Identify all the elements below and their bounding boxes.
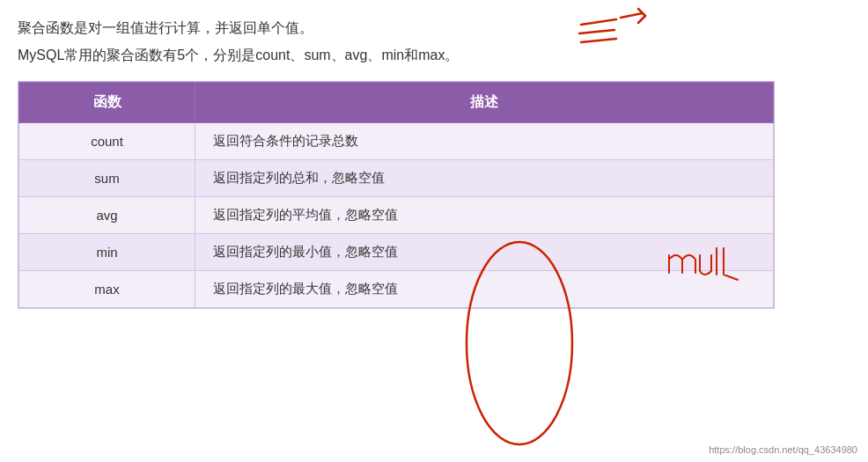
intro-line1: 聚合函数是对一组值进行计算，并返回单个值。 [18, 16, 842, 41]
intro-text: 聚合函数是对一组值进行计算，并返回单个值。 MySQL常用的聚合函数有5个，分别… [18, 16, 842, 69]
table-row: avg返回指定列的平均值，忽略空值 [19, 196, 774, 233]
table-row: max返回指定列的最大值，忽略空值 [19, 270, 774, 307]
table-row: sum返回指定列的总和，忽略空值 [19, 159, 774, 196]
functions-table: 函数 描述 count返回符合条件的记录总数sum返回指定列的总和，忽略空值av… [18, 82, 774, 308]
desc-cell: 返回指定列的最小值，忽略空值 [195, 233, 774, 270]
table-header-row: 函数 描述 [19, 82, 774, 122]
svg-line-4 [638, 9, 645, 16]
desc-cell: 返回指定列的最大值，忽略空值 [195, 270, 774, 307]
func-cell: min [19, 233, 195, 270]
col-header-desc: 描述 [195, 82, 774, 122]
func-cell: count [19, 122, 195, 159]
table-row: count返回符合条件的记录总数 [19, 122, 774, 159]
func-cell: max [19, 270, 195, 307]
functions-table-wrapper: 函数 描述 count返回符合条件的记录总数sum返回指定列的总和，忽略空值av… [18, 81, 775, 309]
func-cell: sum [19, 159, 195, 196]
intro-line2: MySQL常用的聚合函数有5个，分别是count、sum、avg、min和max… [18, 43, 842, 69]
watermark: https://blog.csdn.net/qq_43634980 [709, 444, 857, 455]
desc-cell: 返回指定列的平均值，忽略空值 [195, 196, 774, 233]
page-container: 聚合函数是对一组值进行计算，并返回单个值。 MySQL常用的聚合函数有5个，分别… [0, 0, 868, 462]
col-header-func: 函数 [19, 82, 195, 122]
desc-cell: 返回符合条件的记录总数 [195, 122, 774, 159]
table-row: min返回指定列的最小值，忽略空值 [19, 233, 774, 270]
func-cell: avg [19, 196, 195, 233]
desc-cell: 返回指定列的总和，忽略空值 [195, 159, 774, 196]
